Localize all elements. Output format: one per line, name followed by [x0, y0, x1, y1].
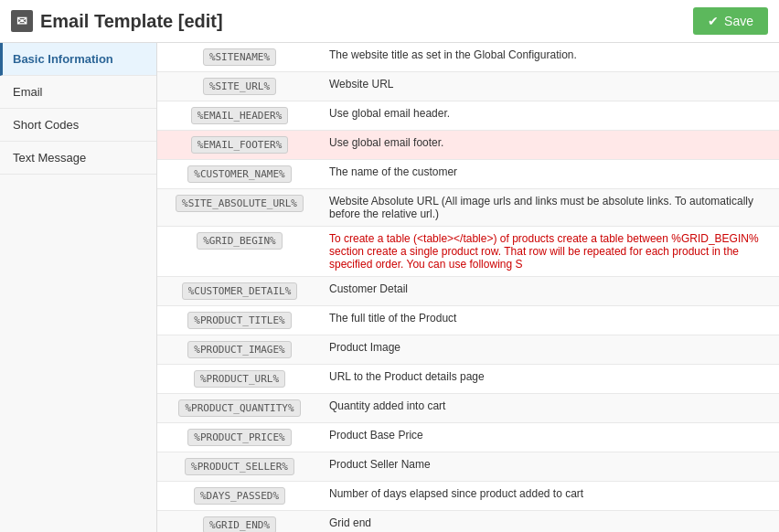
table-row: %SITE_URL%Website URL: [157, 72, 779, 101]
description-cell: The website title as set in the Global C…: [322, 43, 779, 72]
description-cell: Product Image: [322, 335, 779, 365]
table-row: %EMAIL_FOOTER%Use global email footer.: [157, 131, 779, 160]
table-row: %PRODUCT_IMAGE%Product Image: [157, 335, 779, 365]
table-row: %PRODUCT_TITLE%The full title of the Pro…: [157, 306, 779, 335]
code-cell: %SITENAME%: [157, 43, 322, 72]
shortcode-badge: %GRID_BEGIN%: [197, 232, 282, 250]
description-cell: To create a table (<table></table>) of p…: [322, 227, 779, 277]
table-row: %GRID_BEGIN%To create a table (<table></…: [157, 227, 779, 277]
shortcode-badge: %SITE_URL%: [203, 78, 276, 95]
code-cell: %EMAIL_HEADER%: [157, 101, 322, 131]
code-cell: %GRID_BEGIN%: [157, 227, 322, 277]
description-cell: Grid end: [322, 511, 779, 533]
description-cell: Website URL: [322, 72, 779, 101]
sidebar-item-email[interactable]: Email: [0, 76, 156, 109]
table-row: %PRODUCT_SELLER%Product Seller Name: [157, 452, 779, 482]
description-cell: The name of the customer: [322, 160, 779, 189]
code-cell: %PRODUCT_QUANTITY%: [157, 394, 322, 423]
main-content: %SITENAME%The website title as set in th…: [157, 43, 779, 532]
shortcode-badge: %GRID_END%: [203, 516, 276, 532]
sidebar-item-basic-information[interactable]: Basic Information: [0, 43, 156, 76]
sidebar-item-text-message[interactable]: Text Message: [0, 142, 156, 175]
body-wrapper: Basic Information Email Short Codes Text…: [0, 43, 779, 532]
description-cell: Quantity added into cart: [322, 394, 779, 423]
sidebar-item-label: Short Codes: [13, 118, 79, 132]
page-wrapper: ✉ Email Template [edit] ✔ Save Basic Inf…: [0, 0, 779, 532]
code-cell: %SITE_URL%: [157, 72, 322, 101]
shortcode-badge: %PRODUCT_URL%: [194, 370, 285, 388]
shortcode-badge: %SITE_ABSOLUTE_URL%: [176, 195, 304, 212]
code-cell: %DAYS_PASSED%: [157, 482, 322, 511]
description-cell: Number of days elapsed since product add…: [322, 482, 779, 511]
code-cell: %PRODUCT_URL%: [157, 365, 322, 394]
code-cell: %CUSTOMER_NAME%: [157, 160, 322, 189]
code-cell: %CUSTOMER_DETAIL%: [157, 277, 322, 306]
shortcode-badge: %CUSTOMER_NAME%: [187, 165, 291, 183]
description-cell: Use global email header.: [322, 101, 779, 131]
description-cell: URL to the Product details page: [322, 365, 779, 394]
table-row: %CUSTOMER_NAME%The name of the customer: [157, 160, 779, 189]
code-cell: %GRID_END%: [157, 511, 322, 533]
save-icon: ✔: [708, 14, 719, 28]
description-cell: Use global email footer.: [322, 131, 779, 160]
shortcode-badge: %PRODUCT_QUANTITY%: [178, 399, 300, 417]
shortcode-badge: %PRODUCT_SELLER%: [185, 458, 294, 475]
header-title: ✉ Email Template [edit]: [11, 10, 223, 32]
sidebar-item-label: Text Message: [13, 151, 86, 165]
email-template-icon: ✉: [11, 10, 33, 32]
shortcode-badge: %DAYS_PASSED%: [194, 487, 285, 505]
save-label: Save: [724, 14, 753, 28]
sidebar-item-short-codes[interactable]: Short Codes: [0, 109, 156, 142]
code-cell: %PRODUCT_SELLER%: [157, 452, 322, 482]
table-row: %SITE_ABSOLUTE_URL%Website Absolute URL …: [157, 189, 779, 227]
sidebar: Basic Information Email Short Codes Text…: [0, 43, 157, 532]
shortcode-badge: %CUSTOMER_DETAIL%: [182, 282, 298, 300]
table-row: %DAYS_PASSED%Number of days elapsed sinc…: [157, 482, 779, 511]
table-row: %PRODUCT_URL%URL to the Product details …: [157, 365, 779, 394]
shortcodes-table: %SITENAME%The website title as set in th…: [157, 43, 779, 532]
sidebar-item-label: Basic Information: [13, 52, 113, 66]
shortcode-badge: %EMAIL_HEADER%: [191, 107, 289, 124]
shortcode-badge: %EMAIL_FOOTER%: [191, 136, 289, 154]
description-cell: Website Absolute URL (All image urls and…: [322, 189, 779, 227]
code-cell: %PRODUCT_PRICE%: [157, 423, 322, 452]
shortcode-badge: %PRODUCT_IMAGE%: [187, 341, 291, 358]
code-cell: %SITE_ABSOLUTE_URL%: [157, 189, 322, 227]
shortcode-badge: %PRODUCT_TITLE%: [187, 312, 291, 329]
table-row: %GRID_END%Grid end: [157, 511, 779, 533]
table-row: %PRODUCT_PRICE%Product Base Price: [157, 423, 779, 452]
sidebar-item-label: Email: [13, 85, 43, 99]
description-cell: Customer Detail: [322, 277, 779, 306]
save-button[interactable]: ✔ Save: [693, 7, 768, 35]
description-cell: Product Base Price: [322, 423, 779, 452]
page-title: Email Template [edit]: [40, 11, 223, 32]
description-cell: Product Seller Name: [322, 452, 779, 482]
table-row: %EMAIL_HEADER%Use global email header.: [157, 101, 779, 131]
table-row: %CUSTOMER_DETAIL%Customer Detail: [157, 277, 779, 306]
header: ✉ Email Template [edit] ✔ Save: [0, 0, 779, 43]
code-cell: %PRODUCT_TITLE%: [157, 306, 322, 335]
code-cell: %PRODUCT_IMAGE%: [157, 335, 322, 365]
table-row: %SITENAME%The website title as set in th…: [157, 43, 779, 72]
code-cell: %EMAIL_FOOTER%: [157, 131, 322, 160]
table-row: %PRODUCT_QUANTITY%Quantity added into ca…: [157, 394, 779, 423]
shortcode-badge: %PRODUCT_PRICE%: [187, 429, 291, 446]
shortcode-badge: %SITENAME%: [203, 48, 276, 66]
description-cell: The full title of the Product: [322, 306, 779, 335]
